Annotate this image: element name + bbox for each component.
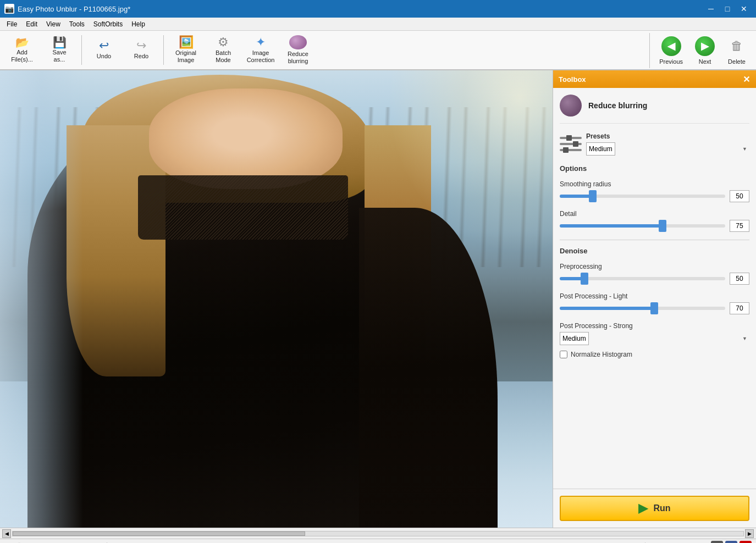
previous-icon: ◀ [661, 36, 681, 56]
smoothing-radius-fill [560, 195, 593, 198]
previous-button[interactable]: ◀ Previous [654, 34, 688, 68]
toolbox-close-button[interactable]: ✕ [741, 74, 752, 85]
post-strong-label: Post Processing - Strong [560, 322, 749, 330]
minimize-button[interactable]: ─ [703, 1, 719, 16]
run-section: ▶ Run [553, 489, 756, 528]
undo-button[interactable]: ↩ Undo [86, 32, 122, 68]
post-light-input[interactable] [730, 302, 749, 314]
detail-track[interactable] [560, 224, 725, 228]
post-strong-wrapper: Medium Low High [560, 332, 749, 345]
scroll-handle[interactable] [13, 531, 305, 536]
denoise-title: Denoise [560, 247, 749, 257]
batch-mode-button[interactable]: ⚙ Batch Mode [206, 32, 241, 68]
denoise-section: Denoise Preprocessing Post Processing - … [560, 247, 749, 358]
preprocessing-input[interactable] [730, 273, 749, 285]
window-controls: ─ □ ✕ [703, 1, 752, 16]
image-area [0, 70, 553, 528]
redo-icon: ↪ [136, 40, 146, 52]
toolbar: 📂 Add File(s)... 💾 Save as... ↩ Undo ↪ R… [0, 31, 756, 70]
preprocessing-label: Preprocessing [560, 263, 749, 270]
original-image-button[interactable]: 🖼️ Original Image [168, 32, 203, 68]
maximize-button[interactable]: □ [720, 1, 735, 16]
smoothing-radius-control [560, 190, 749, 202]
reduce-blurring-label: Reduce blurring [288, 51, 308, 65]
denoise-divider [560, 240, 749, 240]
menu-tools[interactable]: Tools [65, 19, 89, 29]
save-as-label: Save as... [52, 49, 66, 63]
scroll-left-button[interactable]: ◀ [2, 529, 11, 538]
next-button[interactable]: ▶ Next [690, 34, 720, 68]
options-title: Options [560, 164, 749, 175]
toolbox-header: Toolbox ✕ [553, 70, 756, 88]
menu-file[interactable]: File [2, 19, 21, 29]
post-light-track[interactable] [560, 307, 725, 310]
post-strong-row: Post Processing - Strong Medium Low High [560, 322, 749, 345]
post-light-control [560, 302, 749, 314]
normalize-row: Normalize Histogram [560, 351, 749, 358]
delete-button[interactable]: 🗑 Delete [722, 34, 752, 68]
smoothing-radius-row: Smoothing radius [560, 180, 749, 202]
toolbox-panel: Toolbox ✕ Reduce blurring Presets [553, 70, 756, 528]
detail-row: Detail [560, 210, 749, 232]
smoothing-radius-track[interactable] [560, 195, 725, 198]
run-button[interactable]: ▶ Run [560, 496, 749, 521]
presets-wrapper: Medium Low High Custom [586, 142, 749, 156]
undo-icon: ↩ [99, 40, 109, 52]
reduce-blurring-icon [289, 35, 307, 49]
separator-1 [81, 35, 82, 65]
undo-label: Undo [97, 53, 111, 60]
facebook-icon[interactable]: f [725, 541, 737, 544]
menu-softorbits[interactable]: SoftOrbits [89, 19, 127, 29]
info-icon[interactable]: ℹ [711, 541, 723, 544]
add-files-label: Add File(s)... [11, 49, 33, 63]
toolbox-content: Reduce blurring Presets Medium Low High [553, 88, 756, 489]
normalize-label: Normalize Histogram [571, 351, 632, 358]
redo-label: Redo [134, 53, 148, 60]
image-correction-label: Image Correction [247, 49, 275, 64]
save-as-button[interactable]: 💾 Save as... [42, 32, 77, 68]
preprocessing-track[interactable] [560, 277, 725, 280]
normalize-checkbox[interactable] [560, 351, 567, 358]
batch-mode-label: Batch Mode [216, 49, 231, 64]
run-icon: ▶ [638, 501, 648, 516]
image-correction-button[interactable]: ✦ Image Correction [243, 32, 278, 68]
preprocessing-thumb[interactable] [581, 273, 588, 285]
post-strong-select[interactable]: Medium Low High [560, 332, 589, 345]
presets-row: Presets Medium Low High Custom [560, 132, 749, 156]
redo-button[interactable]: ↪ Redo [124, 32, 159, 68]
save-icon: 💾 [53, 37, 67, 48]
scroll-track[interactable] [12, 531, 744, 536]
post-light-label: Post Processing - Light [560, 292, 749, 300]
batch-icon: ⚙ [218, 36, 229, 48]
menu-view[interactable]: View [42, 19, 65, 29]
detail-thumb[interactable] [659, 220, 666, 232]
image-correction-icon: ✦ [256, 36, 266, 48]
original-image-icon: 🖼️ [179, 36, 194, 48]
detail-label: Detail [560, 210, 749, 218]
social-icons: ℹ f ▶ [711, 541, 752, 544]
post-light-thumb[interactable] [650, 302, 658, 314]
menu-edit[interactable]: Edit [21, 19, 42, 29]
status-bar: 1:1 🔍 − + Time (s): 0.1 (3264x2448x24) ℹ… [0, 539, 756, 543]
presets-select[interactable]: Medium Low High Custom [586, 142, 615, 156]
tool-reduce-blurring-label: Reduce blurring [588, 101, 647, 110]
detail-control [560, 220, 749, 232]
add-files-button[interactable]: 📂 Add File(s)... [4, 32, 40, 68]
window-title: Easy Photo Unblur - P1100665.jpg* [18, 5, 703, 13]
face-layer [149, 88, 343, 189]
youtube-icon[interactable]: ▶ [740, 541, 752, 544]
post-light-row: Post Processing - Light [560, 292, 749, 314]
previous-label: Previous [659, 58, 683, 65]
reduce-blurring-button[interactable]: Reduce blurring [280, 32, 316, 68]
scroll-right-button[interactable]: ▶ [745, 529, 754, 538]
folder-icon: 📂 [15, 37, 29, 48]
detail-input[interactable] [730, 220, 749, 232]
smoothing-radius-input[interactable] [730, 190, 749, 202]
menu-help[interactable]: Help [127, 19, 150, 29]
smoothing-radius-thumb[interactable] [589, 190, 597, 202]
toolbar-right: ◀ Previous ▶ Next 🗑 Delete [649, 33, 752, 68]
app-icon: 📷 [4, 4, 14, 14]
next-icon: ▶ [695, 36, 715, 56]
separator-2 [163, 35, 164, 65]
close-button[interactable]: ✕ [736, 1, 752, 16]
